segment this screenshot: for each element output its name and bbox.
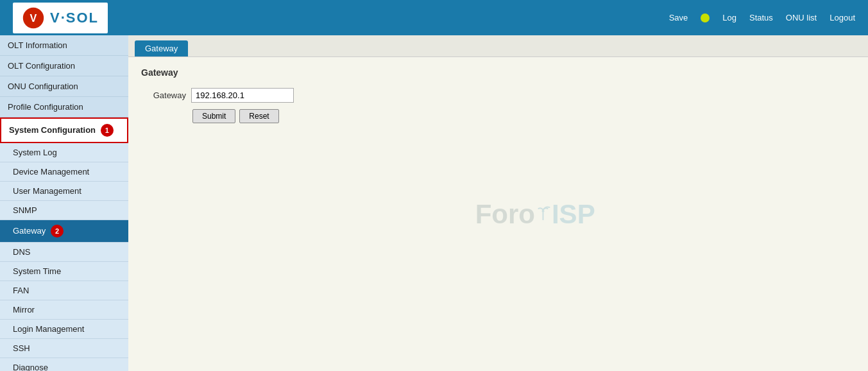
gateway-label: Gateway — [141, 91, 186, 100]
log-link[interactable]: Log — [722, 13, 736, 22]
sidebar-item-system-configuration[interactable]: System Configuration 1 — [0, 117, 128, 143]
sidebar-item-olt-configuration[interactable]: OLT Configuration — [0, 56, 128, 76]
main-content: Gateway Gateway Gateway Submit Reset For… — [128, 35, 868, 371]
watermark: Foro ISP — [475, 199, 595, 230]
sidebar-item-onu-configuration[interactable]: ONU Configuration — [0, 76, 128, 97]
logo-text: V·SOL — [50, 10, 99, 26]
header-right: Save Log Status ONU list Logout — [669, 13, 855, 22]
gateway-form-row: Gateway — [141, 88, 855, 103]
layout: OLT Information OLT Configuration ONU Co… — [0, 35, 868, 371]
sidebar-sub-item-user-management[interactable]: User Management — [0, 182, 128, 201]
sidebar-item-olt-information[interactable]: OLT Information — [0, 35, 128, 56]
save-button[interactable]: Save — [669, 13, 688, 22]
onu-list-link[interactable]: ONU list — [786, 13, 817, 22]
sidebar: OLT Information OLT Configuration ONU Co… — [0, 35, 128, 371]
submit-button[interactable]: Submit — [192, 109, 235, 123]
sidebar-sub-item-device-management[interactable]: Device Management — [0, 162, 128, 182]
sidebar-sub-item-gateway[interactable]: Gateway 2 — [0, 220, 128, 243]
svg-point-2 — [542, 210, 545, 212]
sidebar-sub-item-mirror[interactable]: Mirror — [0, 300, 128, 320]
sidebar-sub-item-snmp[interactable]: SNMP — [0, 201, 128, 220]
sidebar-sub-item-dns[interactable]: DNS — [0, 243, 128, 262]
sidebar-item-profile-configuration[interactable]: Profile Configuration — [0, 97, 128, 117]
sidebar-sub-item-diagnose[interactable]: Diagnose — [0, 358, 128, 371]
tab-bar: Gateway — [128, 35, 868, 57]
logo-area: V V·SOL — [13, 3, 108, 33]
sidebar-sub-item-system-time[interactable]: System Time — [0, 262, 128, 281]
gateway-tab[interactable]: Gateway — [135, 40, 188, 56]
sidebar-sub-item-fan[interactable]: FAN — [0, 281, 128, 300]
status-indicator — [701, 13, 710, 22]
badge-2: 2 — [51, 225, 64, 237]
reset-button[interactable]: Reset — [239, 109, 278, 123]
sidebar-sub-item-system-log[interactable]: System Log — [0, 143, 128, 162]
content-area: Gateway Gateway Submit Reset Foro — [128, 57, 868, 371]
status-link[interactable]: Status — [749, 13, 773, 22]
svg-text:V: V — [30, 12, 37, 24]
watermark-signal-icon — [534, 205, 553, 224]
header: V V·SOL Save Log Status ONU list Logout — [0, 0, 868, 35]
vsol-logo-icon: V — [22, 6, 45, 30]
form-buttons: Submit Reset — [192, 109, 855, 123]
sidebar-sub-item-ssh[interactable]: SSH — [0, 339, 128, 358]
logout-link[interactable]: Logout — [830, 13, 855, 22]
gateway-input[interactable] — [191, 88, 294, 103]
page-title: Gateway — [141, 67, 855, 78]
sidebar-sub-item-login-management[interactable]: Login Management — [0, 320, 128, 339]
badge-1: 1 — [101, 124, 114, 137]
